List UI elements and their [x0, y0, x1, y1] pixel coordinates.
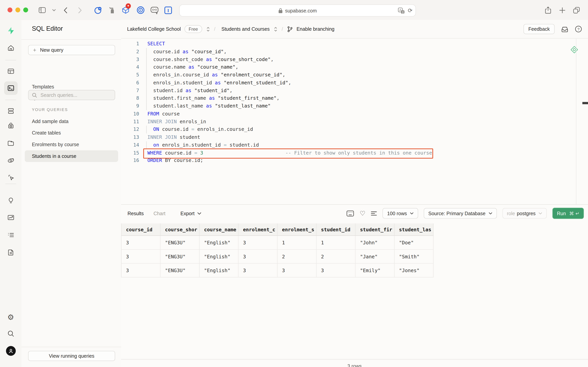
tab-overview-icon[interactable] [571, 5, 581, 15]
rows-limit-dropdown[interactable]: 100 rows [383, 208, 418, 218]
view-running-queries-button[interactable]: View running queries [28, 351, 115, 361]
run-shortcut: ⌘↵ [569, 210, 580, 216]
favorite-heart-icon[interactable]: ♡ [360, 210, 365, 217]
table-cell[interactable]: "English" [200, 250, 239, 263]
table-cell[interactable]: "Jones" [395, 264, 434, 277]
org-selector-icon[interactable] [206, 26, 210, 32]
divider [21, 347, 121, 347]
rail-search-icon[interactable] [4, 327, 17, 340]
scrollbar-thumb[interactable] [582, 102, 588, 104]
role-dropdown[interactable]: role postgres [503, 208, 547, 218]
query-list-item[interactable]: Add sample data [25, 116, 118, 127]
editor-scroll-gutter [576, 39, 588, 204]
query-list-item[interactable]: Enrolments by course [25, 139, 118, 150]
table-cell[interactable]: 1 [277, 236, 317, 250]
extension-package-icon[interactable]: ♥ [121, 6, 130, 15]
extension-speech-bubble-icon[interactable] [150, 6, 159, 15]
table-cell[interactable]: 3 [239, 250, 278, 263]
forward-button[interactable] [75, 5, 85, 15]
column-header[interactable]: course_shor [160, 223, 200, 236]
table-cell[interactable]: "ENG3U" [160, 250, 200, 263]
column-header[interactable]: student_las [395, 223, 434, 236]
project-selector-icon[interactable] [273, 26, 278, 32]
run-query-button[interactable]: Run ⌘↵ [552, 208, 584, 219]
extension-timer-icon[interactable] [93, 6, 102, 15]
table-cell[interactable]: 2 [317, 250, 356, 263]
nav-storage-icon[interactable] [4, 136, 17, 150]
nav-api-docs-icon[interactable] [4, 245, 17, 259]
table-cell[interactable]: 3 [122, 250, 161, 263]
nav-edge-functions-icon[interactable] [4, 154, 17, 167]
table-cell[interactable]: 3 [277, 264, 317, 277]
share-icon[interactable] [543, 5, 553, 15]
user-avatar[interactable] [6, 346, 16, 356]
source-dropdown[interactable]: Source: Primary Database [424, 208, 497, 218]
url-bar[interactable]: supabase.com A ⟳ [179, 4, 416, 17]
table-cell[interactable]: 1 [317, 236, 356, 250]
nav-home-icon[interactable] [4, 41, 17, 55]
extension-cleaner-icon[interactable] [108, 6, 117, 15]
nav-realtime-icon[interactable] [4, 170, 17, 184]
inbox-icon[interactable] [561, 26, 569, 33]
nav-sql-editor-icon[interactable] [4, 81, 17, 95]
nav-logs-icon[interactable] [4, 228, 17, 242]
nav-auth-icon[interactable] [4, 119, 17, 132]
window-close-button[interactable] [8, 8, 12, 12]
back-button[interactable] [61, 5, 70, 15]
table-cell[interactable]: "Emily" [355, 264, 395, 277]
column-header[interactable]: course_id [122, 223, 161, 236]
keyboard-shortcuts-icon[interactable] [346, 210, 354, 217]
table-cell[interactable]: 3 [317, 264, 356, 277]
nav-database-icon[interactable] [4, 104, 17, 118]
search-queries-box[interactable] [28, 90, 115, 100]
help-icon[interactable]: ? [575, 25, 582, 33]
query-list-item[interactable]: Create tables [25, 127, 118, 139]
nav-table-editor-icon[interactable] [4, 65, 17, 78]
column-header[interactable]: enrolment_s [277, 223, 317, 236]
settings-gear-icon[interactable]: ⚙ [4, 310, 17, 324]
feedback-button[interactable]: Feedback [523, 24, 554, 34]
sidebar-toggle-icon[interactable] [37, 5, 47, 15]
new-tab-icon[interactable] [557, 5, 567, 15]
window-zoom-button[interactable] [23, 8, 28, 12]
table-cell[interactable]: "Doe" [395, 236, 434, 250]
org-name[interactable]: Lakefield College School [127, 26, 181, 32]
translate-icon[interactable]: A [398, 7, 405, 14]
table-cell[interactable]: "Smith" [395, 250, 434, 263]
table-cell[interactable]: "English" [200, 236, 239, 250]
reload-icon[interactable]: ⟳ [408, 7, 412, 14]
table-cell[interactable]: "John" [355, 236, 395, 250]
column-header[interactable]: enrolment_c [239, 223, 278, 236]
tab-chart[interactable]: Chart [153, 210, 165, 216]
search-queries-input[interactable] [40, 92, 109, 98]
sql-code-editor[interactable]: 1SELECT2 course.id as "course_id",3 cour… [121, 39, 588, 204]
nav-reports-icon[interactable] [4, 211, 17, 224]
extension-instapaper-icon[interactable]: I [164, 6, 172, 15]
table-cell[interactable]: "Jane" [355, 250, 395, 263]
supabase-logo[interactable] [4, 24, 17, 37]
table-cell[interactable]: 3 [239, 236, 278, 250]
format-lines-icon[interactable] [371, 211, 377, 216]
window-minimize-button[interactable] [15, 8, 20, 12]
project-name[interactable]: Students and Courses [221, 26, 270, 32]
column-header[interactable]: student_id [317, 223, 356, 236]
table-cell[interactable]: "ENG3U" [160, 264, 200, 277]
sidebar-item-templates[interactable]: Templates [32, 84, 54, 90]
table-cell[interactable]: 3 [122, 236, 161, 250]
sidebar-chevron-icon[interactable] [49, 5, 59, 15]
table-cell[interactable]: 3 [122, 264, 161, 277]
column-header[interactable]: course_name [200, 223, 239, 236]
tab-results[interactable]: Results [127, 210, 144, 216]
table-cell[interactable]: 2 [277, 250, 317, 263]
query-list-item[interactable]: Students in a course [25, 150, 118, 162]
table-cell[interactable]: 3 [239, 264, 278, 277]
enable-branching-button[interactable]: Enable branching [296, 26, 335, 32]
table-row: 3"ENG3U""English"311"John""Doe" [122, 236, 434, 250]
new-query-button[interactable]: + New query [28, 45, 115, 55]
export-menu[interactable]: Export [180, 210, 201, 216]
extension-1password-icon[interactable] [136, 6, 145, 15]
table-cell[interactable]: "ENG3U" [160, 236, 200, 250]
nav-advisors-icon[interactable] [4, 194, 17, 207]
table-cell[interactable]: "English" [200, 264, 239, 277]
column-header[interactable]: student_fir [355, 223, 395, 236]
